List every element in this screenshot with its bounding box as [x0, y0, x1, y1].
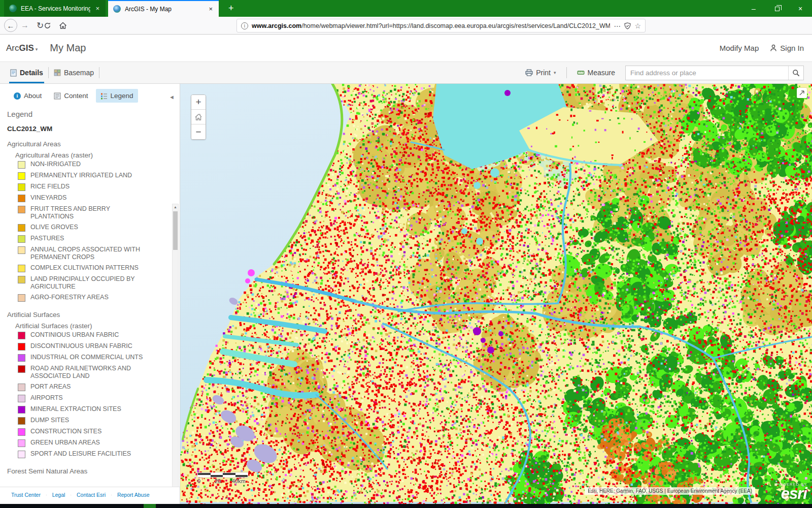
- scrollbar-thumb[interactable]: [173, 211, 178, 250]
- legend-swatch: [18, 365, 25, 373]
- forward-button[interactable]: →: [17, 21, 32, 30]
- legend-swatch: [18, 395, 25, 402]
- map-zoom-control: + −: [191, 94, 206, 140]
- browser-window: EEA - Services Monitoring × ArcGIS - My …: [0, 0, 812, 508]
- legend-item: INDUSTRIAL OR COMMERCIAL UNTS: [18, 352, 173, 363]
- legend-item: PORT AREAS: [18, 382, 173, 393]
- powered-by-label: Powered by: [776, 482, 807, 487]
- taskbar-accent: [144, 504, 156, 508]
- legend-swatch: [18, 235, 25, 243]
- legend-group-title: Artificial Surfaces: [7, 311, 173, 319]
- back-button[interactable]: ←: [4, 19, 17, 32]
- legend-label: OLIVE GROVES: [30, 224, 78, 231]
- legend-swatch: [18, 224, 25, 232]
- modify-map-link[interactable]: Modify Map: [720, 44, 759, 52]
- legend-swatch: [18, 246, 25, 254]
- legend-item: MINERAL EXTRACTION SITES: [18, 404, 173, 415]
- land-cover-map-canvas[interactable]: [180, 84, 812, 504]
- scalebar-end: 40km: [232, 478, 246, 484]
- footer-link-legal[interactable]: Legal: [52, 492, 65, 498]
- window-controls: – ×: [742, 0, 812, 17]
- legend-group-subtitle: Artificial Surfaces (raster): [15, 322, 173, 330]
- footer-link-contact-esri[interactable]: Contact Esri: [77, 492, 106, 498]
- legend-item: ROAD AND RAILNETWORKS AND ASSOCIATED LAN…: [18, 363, 173, 382]
- legend-label: FRUIT TREES AND BERRY PLANTATIONS: [30, 205, 150, 220]
- panel-tab-content[interactable]: Content: [49, 89, 92, 103]
- zoom-in-button[interactable]: +: [191, 95, 206, 110]
- legend-swatch: [18, 172, 25, 180]
- legend-item: OLIVE GROVES: [18, 222, 173, 233]
- footer-link-trust-center[interactable]: Trust Center: [11, 492, 41, 498]
- legend-list: Agricultural AreasAgricultural Areas (ra…: [7, 140, 173, 475]
- basemap-icon: [54, 69, 61, 76]
- tab-arcgis-my-map[interactable]: ArcGIS - My Map ×: [108, 0, 219, 17]
- site-info-icon[interactable]: i: [241, 22, 248, 29]
- legend-label: CONTINIOUS URBAN FABRIC: [30, 331, 119, 339]
- legend-group-subtitle: Agricultural Areas (raster): [15, 151, 173, 159]
- legend-swatch: [18, 417, 25, 425]
- panel-tab-about[interactable]: i About: [9, 89, 46, 103]
- panel-collapse-icon[interactable]: ◄: [169, 94, 175, 100]
- legend-label: DISCONTINUOUS URBAN FABRIC: [30, 342, 132, 350]
- close-button[interactable]: ×: [789, 5, 812, 13]
- home-extent-icon: [194, 113, 202, 121]
- legend-swatch: [18, 265, 25, 272]
- map-navigation-arrow-icon[interactable]: [797, 88, 807, 98]
- scalebar-start: 0: [197, 478, 200, 484]
- tab-title: EEA - Services Monitoring: [21, 5, 90, 12]
- search-button[interactable]: [788, 66, 803, 80]
- page-actions-icon[interactable]: ⋯: [614, 22, 621, 30]
- legend-group-title: Forest Semi Natural Areas: [7, 467, 173, 475]
- tab-close-icon[interactable]: ×: [208, 5, 214, 13]
- details-button[interactable]: Details: [5, 62, 48, 83]
- tracking-shield-icon[interactable]: [624, 22, 631, 29]
- panel-tab-legend[interactable]: Legend: [96, 89, 138, 103]
- arcgis-favicon: [113, 5, 121, 13]
- restore-button[interactable]: [765, 5, 789, 13]
- legend-item: FRUIT TREES AND BERRY PLANTATIONS: [18, 204, 173, 222]
- legend-label: COMPLEX CULTIVATION PATTERNS: [30, 264, 139, 272]
- search-input[interactable]: [626, 69, 788, 77]
- basemap-button[interactable]: Basemap: [49, 62, 99, 83]
- esri-wordmark: esri: [776, 487, 807, 501]
- measure-button[interactable]: Measure: [572, 69, 620, 77]
- layer-name: CLC2012_WM: [7, 125, 173, 133]
- print-icon: [525, 69, 533, 76]
- home-extent-button[interactable]: [191, 110, 206, 124]
- legend-label: PERMANENTLY IRRIGATED LAND: [30, 172, 132, 179]
- panel-scrollbar[interactable]: ▲ ▼: [172, 204, 179, 504]
- url-text[interactable]: www.arcgis.com/home/webmap/viewer.html?u…: [252, 22, 610, 29]
- details-panel: i About Content Legend ◄ Legend CLC2012_…: [0, 84, 180, 504]
- legend-label: VINEYARDS: [30, 194, 66, 202]
- bookmark-star-icon[interactable]: ☆: [634, 22, 641, 30]
- print-button[interactable]: Print ▾: [520, 69, 561, 77]
- tab-close-icon[interactable]: ×: [94, 5, 100, 12]
- legend-label: MINERAL EXTRACTION SITES: [30, 405, 121, 413]
- print-caret-icon: ▾: [554, 70, 556, 75]
- legend-item: CONTINIOUS URBAN FABRIC: [18, 330, 173, 341]
- arcgis-brand[interactable]: ArcGIS▾: [6, 43, 38, 53]
- legend-label: ANNUAL CROPS ASSOCIATED WITH PERMANENT C…: [30, 246, 150, 261]
- reload-icon[interactable]: [44, 22, 59, 29]
- legend-item: RICE FIELDS: [18, 181, 173, 193]
- browser-tab-bar: EEA - Services Monitoring × ArcGIS - My …: [0, 0, 812, 17]
- legend-swatch: [18, 183, 25, 191]
- sign-in-link[interactable]: Sign In: [770, 44, 804, 52]
- zoom-out-button[interactable]: −: [191, 124, 206, 139]
- home-button[interactable]: [59, 22, 74, 29]
- tab-eea-services-monitoring[interactable]: EEA - Services Monitoring ×: [4, 0, 106, 17]
- map-view[interactable]: + − 0 20 40km Esri, HERE, Garmin, FAO, U…: [180, 84, 812, 504]
- tab-title: ArcGIS - My Map: [125, 6, 204, 13]
- taskbar-strip: [0, 504, 812, 508]
- footer-link-report-abuse[interactable]: Report Abuse: [117, 492, 150, 498]
- url-bar[interactable]: i www.arcgis.com/home/webmap/viewer.html…: [236, 19, 646, 33]
- minimize-button[interactable]: –: [742, 5, 765, 13]
- new-tab-button[interactable]: +: [224, 2, 238, 14]
- legend-swatch: [18, 451, 25, 458]
- measure-icon: [577, 69, 585, 76]
- legend-swatch: [18, 161, 25, 169]
- scroll-up-icon[interactable]: ▲: [173, 205, 178, 209]
- address-search: [625, 66, 804, 80]
- legend-item: ANNUAL CROPS ASSOCIATED WITH PERMANENT C…: [18, 244, 173, 263]
- legend-group-title: Agricultural Areas: [7, 140, 173, 148]
